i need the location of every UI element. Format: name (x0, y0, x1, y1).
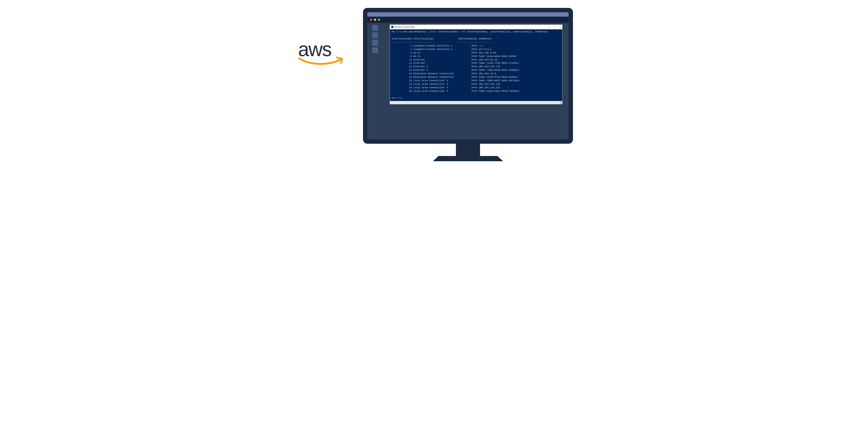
aws-logo: aws (298, 39, 346, 69)
minimize-button[interactable]: — (548, 26, 550, 28)
aws-wordmark: aws (298, 39, 346, 59)
sidebar-item (372, 40, 378, 45)
powershell-scrollbar[interactable] (390, 101, 562, 104)
powershell-titlebar: Windows PowerShell — □ × (390, 25, 562, 29)
powershell-output[interactable]: PS C:\> Get-NetIPAddress | Sort Interfac… (390, 29, 562, 101)
maximize-button[interactable]: □ (554, 26, 556, 28)
powershell-window: Windows PowerShell — □ × PS C:\> Get-Net… (390, 25, 562, 104)
monitor-stand-neck (456, 144, 480, 156)
app-toolbar (367, 17, 568, 23)
monitor-bezel: Windows PowerShell — □ × PS C:\> Get-Net… (363, 8, 573, 144)
sidebar-item (372, 47, 378, 53)
sidebar-item (372, 25, 378, 31)
close-button[interactable]: × (560, 26, 561, 28)
powershell-title: Windows PowerShell (394, 26, 415, 28)
monitor-stand-base (433, 156, 503, 161)
window-close-icon (370, 19, 372, 21)
window-minimize-icon (374, 19, 376, 21)
app-header-bar (367, 12, 568, 17)
monitor-illustration: Windows PowerShell — □ × PS C:\> Get-Net… (363, 8, 573, 161)
powershell-icon (391, 26, 394, 28)
app-body: Windows PowerShell — □ × PS C:\> Get-Net… (367, 23, 568, 139)
sidebar (367, 23, 388, 139)
window-maximize-icon (378, 19, 380, 21)
monitor-screen: Windows PowerShell — □ × PS C:\> Get-Net… (367, 12, 568, 139)
main-area: Windows PowerShell — □ × PS C:\> Get-Net… (388, 23, 568, 139)
window-controls: — □ × (548, 26, 561, 28)
sidebar-item (372, 32, 378, 38)
